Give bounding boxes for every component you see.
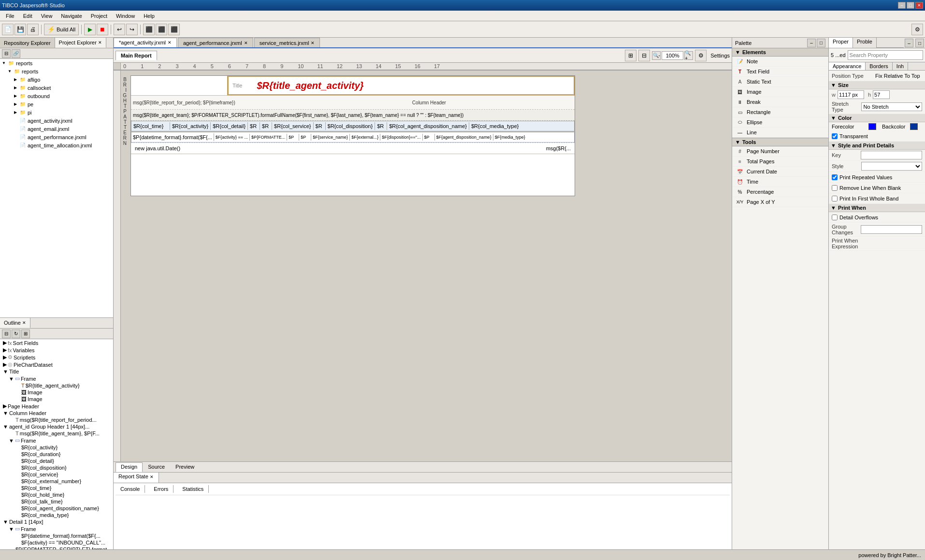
outline-column-header[interactable]: ▼ Column Header (0, 410, 113, 416)
element-ellipse[interactable]: ⬭ Ellipse (732, 117, 828, 128)
tool-page-xy[interactable]: X/Y Page X of Y (732, 197, 828, 207)
outline-refresh-btn[interactable]: ↻ (12, 330, 20, 338)
redo-button[interactable]: ↪ (126, 24, 138, 35)
size-section-header[interactable]: ▼ Size (829, 81, 925, 89)
palette-min-button[interactable]: – (807, 39, 816, 47)
outline-col-time[interactable]: $R{col_time} (0, 485, 113, 491)
tree-pe[interactable]: ▶ 📁 pe (0, 100, 113, 108)
tab-service-metrics[interactable]: service_metrics.jrxml ✕ (254, 38, 320, 47)
outline-col-disposition[interactable]: $R{col_disposition} (0, 464, 113, 471)
outline-col-agent-disp[interactable]: $R{col_agent_disposition_name} (0, 505, 113, 512)
menu-view[interactable]: View (37, 12, 57, 20)
tree-agent-email[interactable]: ▶ 📄 agent_email.jrxml (0, 125, 113, 133)
backcolor-box[interactable] (910, 123, 918, 130)
collapse-all-button[interactable]: ⊟ (2, 49, 11, 58)
menu-edit[interactable]: Edit (19, 12, 36, 20)
stop-button[interactable]: ⏹ (97, 24, 108, 35)
detail-overflows-checkbox[interactable] (832, 215, 838, 220)
size-w-input[interactable] (838, 90, 864, 99)
outline-tab-close[interactable]: ✕ (22, 320, 26, 325)
print-repeated-checkbox[interactable] (832, 174, 838, 180)
forecolor-box[interactable] (868, 123, 876, 130)
prop-panel-max[interactable]: □ (915, 39, 924, 47)
tree-callsocket[interactable]: ▶ 📁 callsocket (0, 84, 113, 92)
tree-agent-activity[interactable]: ▶ 📄 agent_activity.jrxml (0, 116, 113, 125)
save-button[interactable]: 💾 (14, 24, 26, 35)
outline-formatter1[interactable]: $P{FORMATTER_SCRIPTLET}.format... (0, 546, 113, 549)
outline-col-detail[interactable]: $R{col_detail} (0, 458, 113, 464)
outline-collapse-btn[interactable]: ⊟ (2, 330, 11, 338)
tree-outbound[interactable]: ▶ 📁 outbound (0, 92, 113, 100)
tab-design[interactable]: Design (116, 462, 143, 472)
outline-activity[interactable]: $F{activity} == "INBOUND_CALL"... (0, 539, 113, 546)
outline-image1[interactable]: 🖼 Image (0, 389, 113, 396)
agent-activity-tab-close[interactable]: ✕ (168, 40, 172, 45)
tab-proper[interactable]: Proper (829, 38, 853, 48)
outline-detail-frame[interactable]: ▼ ▭ Frame (0, 525, 113, 532)
tab-project-explorer[interactable]: Project Explorer ✕ (55, 38, 106, 48)
close-button[interactable]: ✕ (915, 2, 923, 9)
outline-col-activity[interactable]: $R{col_activity} (0, 444, 113, 451)
menu-window[interactable]: Window (112, 12, 139, 20)
menu-navigate[interactable]: Navigate (57, 12, 86, 20)
undo-button[interactable]: ↩ (114, 24, 125, 35)
outline-filter-btn[interactable]: ⊞ (21, 330, 30, 338)
snap-button[interactable]: ⊟ (638, 50, 650, 61)
build-all-button[interactable]: ⚡ Build All (44, 24, 79, 35)
tool-total-pages[interactable]: ≡ Total Pages (732, 157, 828, 167)
tree-reports-sub[interactable]: ▼ 📁 reports (0, 67, 113, 75)
tab-inh[interactable]: Inh (893, 62, 908, 70)
tool-page-number[interactable]: # Page Number (732, 146, 828, 157)
size-h-input[interactable] (873, 90, 890, 99)
tab-agent-performance[interactable]: agent_performance.jrxml ✕ (178, 38, 253, 47)
project-tab-close[interactable]: ✕ (98, 40, 102, 45)
settings2-button[interactable]: ⚙ (695, 50, 707, 61)
outline-piedataset[interactable]: ▶ ◎ PieChartDataset (0, 361, 113, 368)
outline-agent-group-header[interactable]: ▼ agent_id Group Header 1 [44px]... (0, 423, 113, 430)
tool-percentage[interactable]: % Percentage (732, 187, 828, 197)
title-right-cell[interactable]: Title $R{title_agent_activity} (228, 76, 575, 95)
zoom-level-input[interactable] (662, 51, 683, 60)
color-section-header[interactable]: ▼ Color (829, 114, 925, 122)
outline-variables[interactable]: ▶ fx Variables (0, 346, 113, 354)
outline-detail1[interactable]: ▼ Detail 1 [14px] (0, 518, 113, 525)
outline-msg-agent-team[interactable]: T msg($R{title_agent_team}, $P{F... (0, 430, 113, 437)
style-select[interactable] (861, 162, 922, 171)
main-report-tab[interactable]: Main Report (116, 51, 157, 60)
tab-appearance[interactable]: Appearance (829, 62, 866, 70)
menu-help[interactable]: Help (140, 12, 159, 20)
tab-errors[interactable]: Errors (149, 485, 173, 493)
outline-col-hold[interactable]: $R{col_hold_time} (0, 491, 113, 498)
outline-col-media[interactable]: $R{col_media_type} (0, 512, 113, 518)
report-state-close[interactable]: ✕ (150, 474, 154, 479)
tab-report-state[interactable]: Report State ✕ (114, 473, 159, 483)
tab-source[interactable]: Source (143, 462, 170, 472)
tree-afligo[interactable]: ▶ 📁 afligo (0, 75, 113, 84)
search-property-input[interactable] (848, 50, 923, 60)
element-image[interactable]: 🖼 Image (732, 87, 828, 97)
style-print-section-header[interactable]: ▼ Style and Print Details (829, 142, 925, 150)
outline-title-r[interactable]: T $R{title_agent_activity} (0, 382, 113, 389)
element-note[interactable]: 📝 Note (732, 57, 828, 67)
element-line[interactable]: — Line (732, 128, 828, 138)
group-changes-input[interactable] (861, 225, 922, 234)
tree-agent-time[interactable]: ▶ 📄 agent_time_allocation.jrxml (0, 141, 113, 149)
tab-agent-activity[interactable]: *agent_activity.jrxml ✕ (114, 38, 177, 47)
align-right-button[interactable]: ⬛ (168, 24, 180, 35)
transparent-checkbox[interactable] (832, 133, 838, 139)
element-text-field[interactable]: T Text Field (732, 67, 828, 77)
menu-file[interactable]: File (2, 12, 18, 20)
tool-current-date[interactable]: 📅 Current Date (732, 167, 828, 177)
agent-performance-tab-close[interactable]: ✕ (244, 41, 248, 45)
outline-image2[interactable]: 🖼 Image (0, 396, 113, 402)
zoom-in-button[interactable]: 🔍+ (684, 51, 693, 60)
outline-col-external[interactable]: $R{col_external_number} (0, 478, 113, 485)
outline-col-duration[interactable]: $R{col_duration} (0, 451, 113, 458)
tab-outline[interactable]: Outline ✕ (0, 318, 30, 328)
element-break[interactable]: ⏸ Break (732, 97, 828, 107)
zoom-out-button[interactable]: 🔍- (652, 51, 661, 60)
element-static-text[interactable]: A Static Text (732, 77, 828, 87)
outline-scriptlets[interactable]: ▶ ⚙ Scriptlets (0, 354, 113, 361)
tab-statistics[interactable]: Statistics (177, 485, 209, 493)
remove-line-checkbox[interactable] (832, 185, 838, 191)
